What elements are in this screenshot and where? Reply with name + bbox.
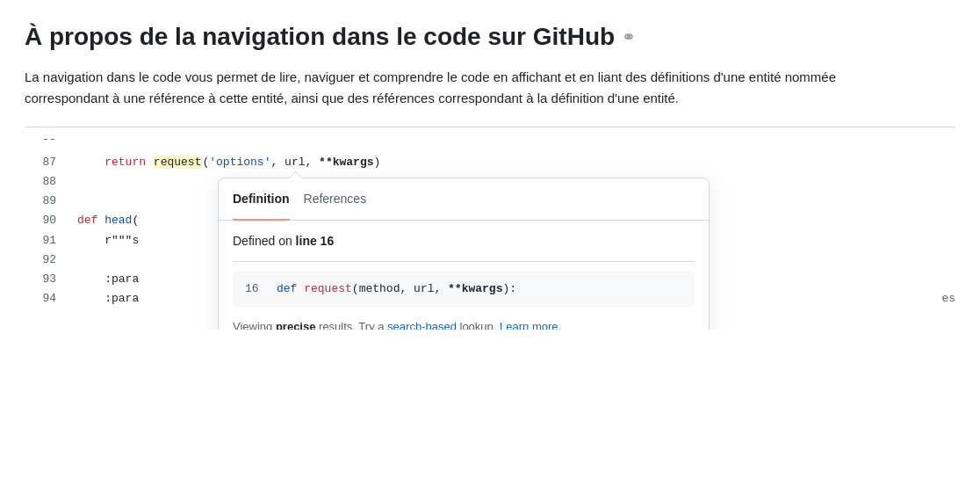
string-options: 'options' (209, 156, 270, 169)
title-text: À propos de la navigation dans le code s… (25, 21, 615, 53)
defined-on-location: line 16 (296, 234, 335, 248)
code-area: -- 87 return request('options', url, **k… (25, 127, 955, 309)
viewing-bold: precise (276, 320, 316, 330)
line-content-88 (70, 172, 84, 192)
def-kw-90: def (77, 214, 97, 227)
snippet-func-name: request (304, 282, 352, 295)
line-number-91: 91 (25, 231, 70, 250)
code-snippet: 16 def request(method, url, **kwargs): (233, 271, 695, 308)
popup-tabs: Definition References (219, 178, 709, 221)
snippet-code: def request(method, url, **kwargs): (277, 280, 516, 299)
keyword-return: return (104, 156, 146, 169)
popup-body: Defined on line 16 16 def request(method… (219, 221, 709, 330)
snippet-line-num: 16 (245, 280, 263, 299)
viewing-text: Viewing precise results. Try a search-ba… (233, 318, 695, 330)
defined-on-text: Defined on line 16 (233, 231, 695, 262)
line-content-93: :para (70, 270, 139, 289)
viewing-suffix: lookup. (457, 320, 500, 330)
line-number-87: 87 (25, 153, 70, 172)
snippet-def-kw: def (277, 282, 297, 295)
line-content-92 (70, 250, 84, 270)
line-number-88: 88 (25, 172, 70, 192)
tab-definition[interactable]: Definition (233, 189, 290, 221)
line-number-94: 94 (25, 289, 70, 309)
learn-more-link[interactable]: Learn more. (500, 320, 561, 330)
line-number-93: 93 (25, 270, 70, 289)
popup-arrow (289, 171, 303, 178)
viewing-prefix: Viewing (233, 320, 276, 330)
anchor-link-icon[interactable]: ⚭ (622, 27, 635, 47)
highlighted-request[interactable]: request (153, 156, 203, 169)
search-based-link[interactable]: search-based (387, 320, 457, 330)
page-description: La navigation dans le code vous permet d… (25, 67, 868, 109)
kwargs: **kwargs (319, 156, 373, 169)
line-content-91: r"""s (70, 231, 139, 250)
snippet-kwargs: **kwargs (448, 282, 502, 295)
defined-on-prefix: Defined on (233, 234, 296, 248)
line-content-89 (70, 192, 84, 211)
viewing-middle: results. Try a (315, 320, 387, 330)
line-number-90: 90 (25, 211, 70, 230)
code-line-87: 87 return request('options', url, **kwar… (25, 153, 955, 172)
line-content-90: def head( (70, 211, 139, 230)
line-content-87: return request('options', url, **kwargs) (70, 153, 380, 172)
line-number-89: 89 (25, 192, 70, 211)
line-content-94: :para (70, 289, 139, 309)
definition-popup: Definition References Defined on line 16… (218, 178, 710, 330)
truncation-indicator: es (941, 289, 955, 309)
page-title: À propos de la navigation dans le code s… (25, 21, 955, 53)
code-ellipsis: -- (25, 127, 955, 153)
tab-references[interactable]: References (304, 189, 367, 221)
line-number-92: 92 (25, 250, 70, 270)
func-name-90: head (104, 214, 132, 227)
